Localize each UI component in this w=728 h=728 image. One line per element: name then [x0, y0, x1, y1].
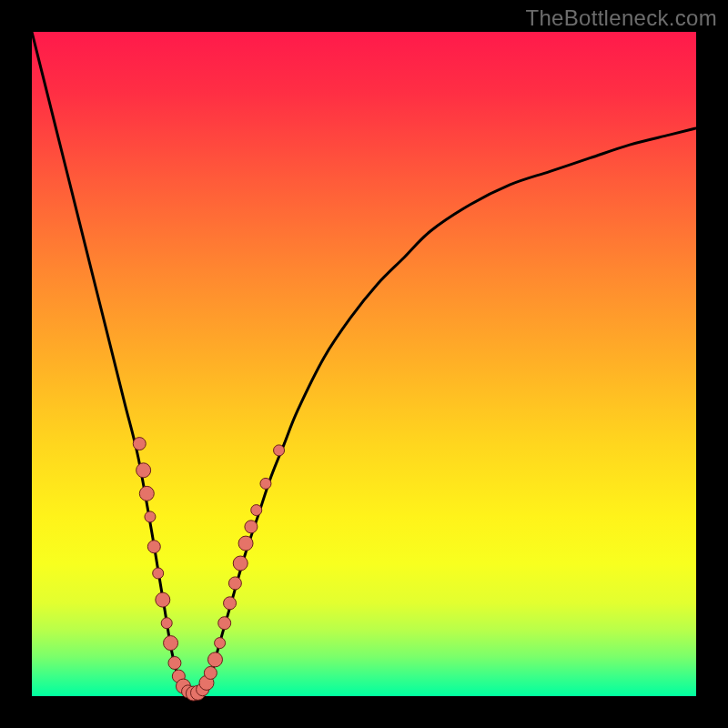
data-dot — [164, 636, 178, 651]
data-dot — [215, 638, 226, 649]
bottleneck-curve — [32, 32, 696, 697]
data-dot — [207, 652, 222, 667]
data-dot — [147, 541, 160, 553]
data-dot — [218, 617, 231, 630]
data-dot — [238, 536, 253, 551]
data-dot — [251, 505, 262, 516]
data-dot — [156, 592, 170, 607]
chart-svg — [32, 32, 696, 696]
data-dot — [153, 568, 164, 579]
data-dots — [133, 438, 284, 701]
chart-frame: TheBottleneck.com — [0, 0, 728, 728]
data-dot — [204, 666, 217, 679]
data-dot — [224, 597, 237, 610]
data-dot — [136, 463, 151, 478]
data-dot — [139, 486, 154, 500]
data-dot — [168, 657, 181, 670]
data-dot — [145, 511, 156, 522]
data-dot — [233, 556, 248, 571]
watermark-text: TheBottleneck.com — [525, 5, 717, 31]
data-dot — [161, 618, 172, 629]
data-dot — [133, 438, 146, 450]
chart-plot-area — [32, 32, 696, 696]
data-dot — [228, 577, 241, 590]
data-dot — [245, 521, 258, 533]
data-dot — [260, 478, 271, 489]
data-dot — [274, 445, 285, 456]
